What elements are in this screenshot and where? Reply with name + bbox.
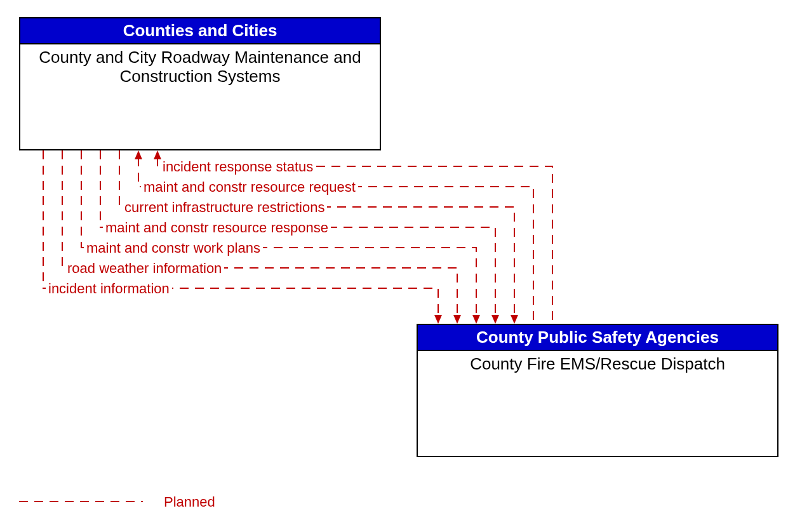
flow-label-0: incident response status [160,160,316,174]
entity-header-bottom: County Public Safety Agencies [418,325,777,351]
entity-body-bottom: County Fire EMS/Rescue Dispatch [418,351,777,378]
flow-label-4: maint and constr work plans [84,241,263,255]
flow-arrow-0 [154,150,161,159]
flow-label-3: maint and constr resource response [103,221,331,235]
entity-box-top: Counties and Cities County and City Road… [19,17,381,150]
entity-header-top: Counties and Cities [20,18,380,44]
flow-label-1: maint and constr resource request [141,180,358,194]
flow-arrow-2 [511,315,518,324]
flow-label-6: incident information [46,282,172,296]
flow-arrow-3 [491,315,499,324]
flow-label-2: current infrastructure restrictions [122,201,327,215]
flow-label-5: road weather information [65,262,224,276]
entity-body-top: County and City Roadway Maintenance and … [20,44,380,90]
flow-arrow-5 [453,315,461,324]
flow-arrow-6 [434,315,442,324]
flow-arrow-1 [135,150,142,159]
flow-arrow-4 [472,315,480,324]
entity-box-bottom: County Public Safety Agencies County Fir… [417,324,778,457]
legend-label: Planned [164,494,215,510]
